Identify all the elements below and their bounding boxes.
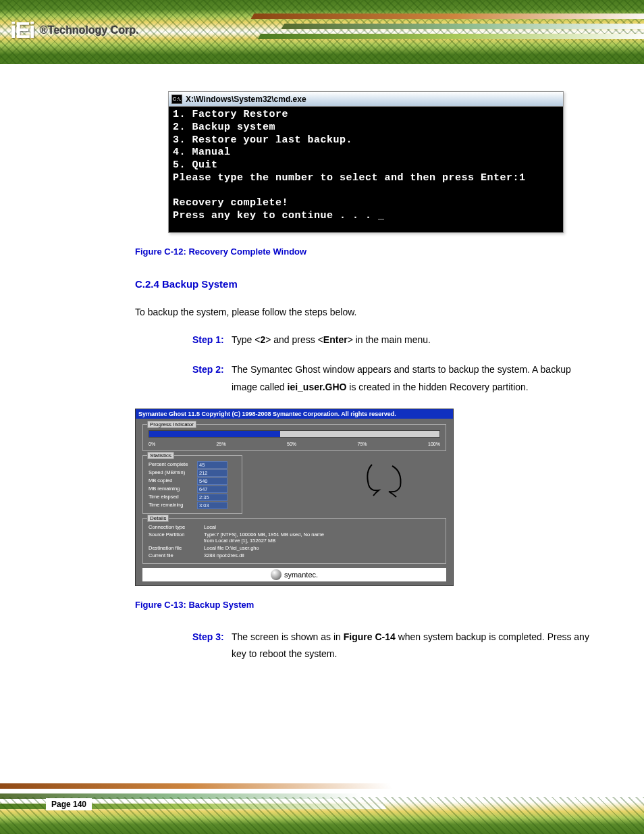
cmd-body: 1. Factory Restore 2. Backup system 3. R… [169,107,563,232]
ghost-mascot-icon [358,458,412,498]
ghost-details-label: Details [147,515,169,522]
figure-caption-13: Figure C-13: Backup System [135,600,597,610]
section-heading: C.2.4 Backup System [135,278,597,290]
ghost-brand-footer: symantec. [142,568,446,581]
intro-paragraph: To backup the system, please follow the … [135,305,597,319]
ghost-progress-ticks: 0%25%50%75%100% [149,442,440,446]
brand-logo: iEi ®Technology Corp. [10,17,139,43]
symantec-icon [271,569,281,580]
step-1-label: Step 1: [192,332,232,349]
page-content: C:\. X:\Windows\System32\cmd.exe 1. Fact… [0,64,644,702]
header-decor-stripes [205,10,644,54]
ghost-stats-label: Statistics [147,452,174,459]
step-2-text: The Symantec Ghost window appears and st… [232,361,597,396]
step-3-label: Step 3: [192,629,232,664]
ghost-progress-label: Progress Indicator [147,421,196,428]
step-3: Step 3: The screen is shown as in Figure… [192,629,597,664]
step-2: Step 2: The Symantec Ghost window appear… [192,361,597,396]
cmd-titlebar: C:\. X:\Windows\System32\cmd.exe [169,92,563,107]
brand-tagline: ®Technology Corp. [40,24,139,36]
cmd-icon: C:\. [171,95,182,104]
ghost-progress-bar [149,430,440,438]
page-number: Page 140 [46,798,92,810]
ghost-details-panel: Details Connection typeLocalSource Parti… [142,518,446,564]
ghost-screenshot: Symantec Ghost 11.5 Copyright (C) 1998-2… [135,409,454,586]
step-3-text: The screen is shown as in Figure C-14 wh… [232,629,597,664]
page-header-band: iEi ®Technology Corp. [0,0,644,64]
cmd-title: X:\Windows\System32\cmd.exe [186,95,306,104]
symantec-label: symantec. [284,571,318,579]
cmd-screenshot: C:\. X:\Windows\System32\cmd.exe 1. Fact… [168,91,564,233]
brand-mark: iEi [10,17,34,43]
figure-caption-12: Figure C-12: Recovery Complete Window [135,246,597,257]
step-2-label: Step 2: [192,361,232,396]
step-1-text: Type <2> and press <Enter> in the main m… [232,332,597,349]
ghost-progress-panel: Progress Indicator 0%25%50%75%100% [142,424,446,451]
ghost-title: Symantec Ghost 11.5 Copyright (C) 1998-2… [136,409,453,419]
ghost-stats-panel: Statistics Percent complete45Speed (MB/m… [142,455,242,514]
page-footer-band [0,770,644,834]
step-1: Step 1: Type <2> and press <Enter> in th… [192,332,597,349]
